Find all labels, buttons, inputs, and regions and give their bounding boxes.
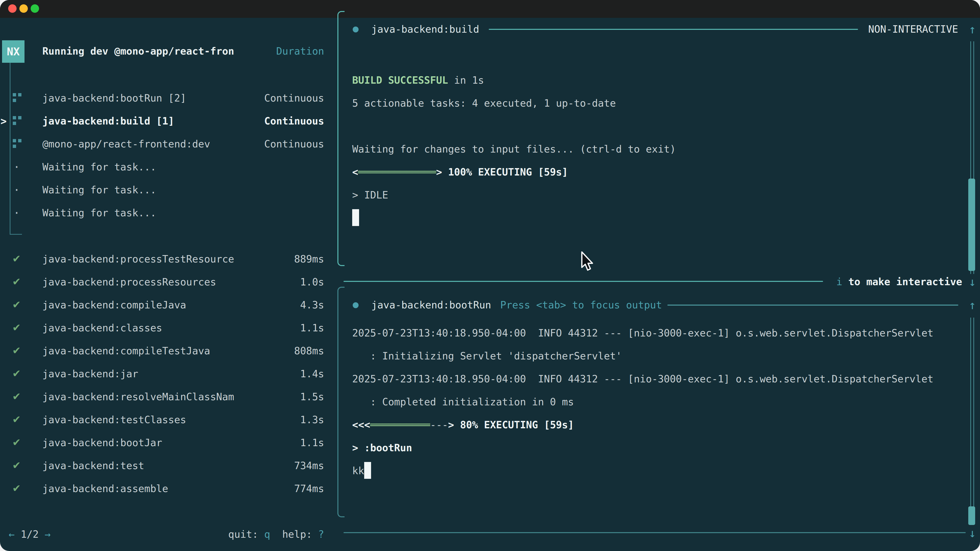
- task-row[interactable]: ✔java-backend:processTestResource889ms: [0, 248, 337, 271]
- task-row[interactable]: ·Waiting for task...: [0, 202, 337, 224]
- task-row[interactable]: ✔java-backend:bootJar1.1s: [0, 431, 337, 454]
- build-panel-border: [337, 11, 345, 266]
- task-label: java-backend:processResources: [42, 271, 216, 294]
- task-label: Waiting for task...: [42, 202, 156, 224]
- terminal-line: : Initializing Servlet 'dispatcherServle…: [352, 345, 965, 368]
- task-duration: 1.4s: [300, 362, 324, 386]
- titlebar: [0, 0, 980, 18]
- terminal-line: : Completed initialization in 0 ms: [352, 391, 965, 413]
- task-label: java-backend:assemble: [42, 477, 168, 500]
- task-row[interactable]: ✔java-backend:jar1.4s: [0, 362, 337, 386]
- text-segment: 5 actionable tasks: 4 executed, 1 up-to-…: [352, 97, 616, 109]
- task-row[interactable]: java-backend:bootRun [2]Continuous: [0, 87, 337, 110]
- text-segment: > IDLE: [352, 189, 388, 201]
- terminal-line: [352, 206, 965, 230]
- header-rule: [489, 29, 858, 30]
- terminal-line: Waiting for changes to input files... (c…: [352, 138, 965, 161]
- build-panel-title: java-backend:build: [371, 18, 479, 41]
- task-duration: 1.5s: [300, 386, 324, 408]
- task-row[interactable]: >java-backend:build [1]Continuous: [0, 110, 337, 133]
- task-label: java-backend:test: [42, 454, 144, 477]
- footer-rule: [344, 532, 966, 533]
- text-segment: : Completed initialization in 0 ms: [352, 396, 574, 408]
- task-duration: 734ms: [294, 454, 324, 477]
- task-duration: 1.0s: [300, 271, 324, 294]
- text-segment: q: [264, 529, 270, 540]
- task-row[interactable]: ✔java-backend:compileTestJava808ms: [0, 340, 337, 362]
- task-sidebar: NX Running dev @mono-app/react-fron Dura…: [0, 18, 337, 551]
- task-tree-line-foot: [10, 234, 22, 235]
- text-segment: 1/2: [21, 529, 38, 540]
- task-row[interactable]: ·Waiting for task...: [0, 179, 337, 202]
- task-status-dot: [353, 27, 359, 32]
- task-label: java-backend:classes: [42, 317, 162, 340]
- check-icon: ✔: [12, 340, 21, 362]
- task-row[interactable]: ·Waiting for task...: [0, 156, 337, 179]
- text-segment: BUILD SUCCESSFUL: [352, 75, 448, 86]
- scroll-up-icon[interactable]: ↑: [966, 294, 978, 317]
- task-row[interactable]: ✔java-backend:testClasses1.3s: [0, 408, 337, 431]
- task-label: java-backend:jar: [42, 362, 138, 386]
- task-label: java-backend:resolveMainClassNam: [42, 386, 234, 408]
- task-row[interactable]: ✔java-backend:processResources1.0s: [0, 271, 337, 294]
- bootrun-panel-border: [337, 287, 345, 517]
- text-segment: ?: [318, 529, 324, 540]
- spinner-icon: [13, 93, 23, 104]
- pending-dot-icon: ·: [13, 156, 20, 179]
- cursor-block: [352, 209, 359, 226]
- sidebar-title: Running dev @mono-app/react-fron: [42, 40, 234, 63]
- task-label: java-backend:testClasses: [42, 408, 186, 431]
- terminal-line: <<<══════════---> 80% EXECUTING [59s]: [352, 413, 965, 437]
- footer-rule: [344, 281, 823, 282]
- bootrun-terminal-output: 2025-07-23T13:40:18.950-04:00 INFO 44312…: [352, 299, 965, 483]
- task-row[interactable]: ✔java-backend:resolveMainClassNam1.5s: [0, 386, 337, 408]
- minimize-button[interactable]: [19, 4, 28, 13]
- task-duration: 1.1s: [300, 431, 324, 454]
- task-label: java-backend:compileJava: [42, 294, 186, 317]
- nx-logo: NX: [2, 40, 24, 63]
- spinner-icon: [13, 116, 23, 127]
- terminal-line: <═════════════> 100% EXECUTING [59s]: [352, 161, 965, 184]
- pagination[interactable]: ← 1/2 →: [9, 523, 51, 546]
- task-status: Continuous: [264, 133, 324, 156]
- terminal-line: > IDLE: [352, 184, 965, 206]
- text-segment: > 100% EXECUTING [59s]: [436, 166, 568, 178]
- zoom-button[interactable]: [30, 4, 39, 13]
- check-icon: ✔: [12, 271, 21, 294]
- check-icon: ✔: [12, 408, 21, 431]
- non-interactive-badge: NON-INTERACTIVE: [868, 18, 958, 41]
- terminal-line: [352, 299, 965, 322]
- scrollbar-thumb[interactable]: [968, 179, 975, 271]
- cursor-block: [364, 462, 371, 479]
- spinner-icon: [13, 139, 23, 150]
- task-row[interactable]: ✔java-backend:compileJava4.3s: [0, 294, 337, 317]
- scrollbar-track[interactable]: [970, 318, 974, 525]
- selected-marker: >: [0, 110, 6, 133]
- duration-column-header: Duration: [276, 40, 324, 63]
- task-row[interactable]: ✔java-backend:assemble774ms: [0, 477, 337, 500]
- scroll-down-icon[interactable]: ↓: [966, 270, 978, 293]
- text-segment: kk: [352, 465, 364, 476]
- task-row[interactable]: ✔java-backend:classes1.1s: [0, 317, 337, 340]
- running-task-list: java-backend:bootRun [2]Continuous>java-…: [0, 87, 337, 224]
- pending-dot-icon: ·: [13, 179, 20, 202]
- task-row[interactable]: ✔java-backend:test734ms: [0, 454, 337, 477]
- text-segment: help:: [270, 529, 318, 540]
- terminal-line: 2025-07-23T13:40:18.950-04:00 INFO 44312…: [352, 322, 965, 345]
- task-label: java-backend:processTestResource: [42, 248, 234, 271]
- task-duration: 1.1s: [300, 317, 324, 340]
- make-interactive-hint: i to make interactive: [836, 270, 962, 293]
- task-row[interactable]: @mono-app/react-frontend:devContinuous: [0, 133, 337, 156]
- check-icon: ✔: [12, 362, 21, 386]
- check-icon: ✔: [12, 431, 21, 454]
- scroll-down-icon[interactable]: ↓: [966, 522, 978, 545]
- close-button[interactable]: [8, 4, 17, 13]
- scroll-up-icon[interactable]: ↑: [966, 18, 978, 41]
- task-duration: 889ms: [294, 248, 324, 271]
- terminal-line: BUILD SUCCESSFUL in 1s: [352, 69, 965, 92]
- pending-dot-icon: ·: [13, 202, 20, 224]
- build-terminal-output: BUILD SUCCESSFUL in 1s5 actionable tasks…: [352, 69, 965, 230]
- terminal-line: [352, 115, 965, 138]
- task-label: java-backend:compileTestJava: [42, 340, 210, 362]
- task-label: java-backend:build [1]: [42, 110, 174, 133]
